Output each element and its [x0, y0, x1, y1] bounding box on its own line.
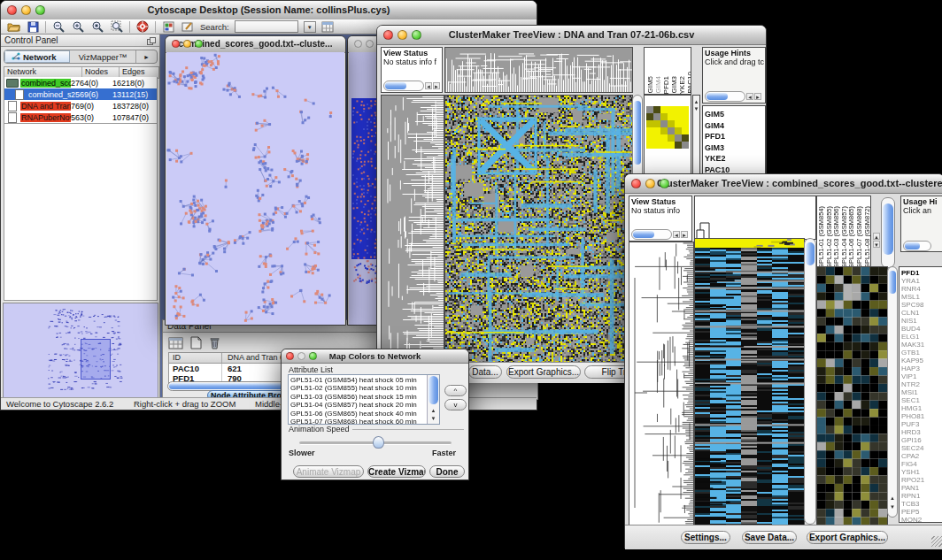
animate-vizmap-button[interactable]: Animate Vizmap: [293, 465, 364, 478]
zoom-in-button[interactable]: [71, 20, 85, 33]
attribute-list-item[interactable]: GPL51-07 (GSM868) heat shock 60 min: [289, 418, 439, 425]
close-button[interactable]: [631, 179, 641, 188]
zoom-button[interactable]: [412, 30, 421, 40]
settings-button[interactable]: Settings...: [681, 531, 730, 544]
close-button[interactable]: [286, 352, 294, 360]
animation-speed-slider[interactable]: [299, 441, 452, 445]
col-id[interactable]: ID: [169, 353, 222, 363]
right-arrow-icon[interactable]: ►: [681, 231, 688, 238]
tv2-top-area-canvas[interactable]: [694, 196, 816, 240]
done-button[interactable]: Done: [429, 465, 465, 478]
network-list-row[interactable]: RNAPuberNov2+563(0)107847(0): [4, 111, 157, 123]
view-status-scrollbar[interactable]: ◄ ►: [383, 81, 440, 91]
tab-vizmapper[interactable]: VizMapper™: [70, 50, 135, 63]
zoom-selected-button[interactable]: [90, 20, 104, 33]
close-button[interactable]: [354, 40, 362, 48]
export-graphics-button[interactable]: Export Graphics...: [506, 365, 581, 379]
down-arrow-icon[interactable]: ▼: [888, 504, 897, 510]
save-data-button[interactable]: Save Data...: [742, 531, 797, 544]
save-session-button[interactable]: [26, 20, 40, 33]
select-attributes-button[interactable]: [168, 336, 183, 353]
down-arrow-icon[interactable]: ▼: [693, 106, 699, 112]
birdseye-canvas[interactable]: [3, 303, 158, 400]
minimize-button[interactable]: [183, 40, 191, 48]
tv2-gene-list[interactable]: PFD1YRA1RNR4MSL1SPC98CLN1NIS1BUD4ELG1MAK…: [899, 266, 942, 523]
delete-attribute-button[interactable]: [209, 336, 220, 353]
network-list-row[interactable]: combined_scores_2764(0)16218(0): [4, 77, 157, 88]
attribute-list-box[interactable]: ▲ ▼ GPL51-01 (GSM854) heat shock 05 minG…: [288, 374, 440, 425]
dialog-titlebar[interactable]: Map Colors to Network: [282, 349, 468, 364]
usage-hints-scrollbar[interactable]: [903, 241, 931, 251]
search-input[interactable]: [235, 20, 298, 33]
tv1-left-dendrogram-canvas[interactable]: [381, 95, 444, 364]
down-arrow-icon[interactable]: ▼: [873, 241, 880, 248]
minimize-button[interactable]: [297, 352, 305, 360]
tab-overflow-arrow[interactable]: ►: [135, 50, 157, 63]
minimize-button[interactable]: [645, 179, 655, 188]
move-up-button[interactable]: ^: [444, 385, 467, 396]
minimize-button[interactable]: [398, 30, 407, 40]
zoom-button[interactable]: [195, 40, 203, 48]
treeview1-titlebar[interactable]: ClusterMaker TreeView : DNA and Tran 07-…: [377, 26, 766, 45]
network-a-titlebar[interactable]: combined_scores_good.txt--cluste...: [166, 36, 345, 53]
up-arrow-icon[interactable]: ▲: [888, 495, 897, 502]
move-down-button[interactable]: v: [444, 399, 467, 410]
right-arrow-icon[interactable]: ►: [433, 82, 440, 89]
tv1-heatmap-canvas[interactable]: [444, 95, 633, 364]
control-panel-toggle-button[interactable]: [161, 20, 175, 33]
network-list-row[interactable]: combined_sco2569(6)13112(15): [4, 88, 157, 100]
search-dropdown-button[interactable]: ▼: [304, 21, 316, 33]
attribute-list-item[interactable]: GPL51-03 (GSM856) heat shock 15 min: [289, 393, 439, 401]
zoom-button[interactable]: [309, 352, 317, 360]
tv2-genelist-vscrollbar[interactable]: ▲ ▼: [887, 266, 898, 518]
tv2-labels-vscrollbar[interactable]: [881, 197, 895, 268]
net-a-canvas[interactable]: [166, 52, 344, 325]
up-arrow-icon[interactable]: ▲: [873, 233, 880, 240]
slider-thumb[interactable]: [373, 436, 384, 449]
down-arrow-icon[interactable]: ▼: [428, 416, 439, 422]
annotation-button[interactable]: [181, 20, 195, 33]
matrix-cell: [653, 134, 660, 142]
up-arrow-icon[interactable]: ▲: [428, 408, 439, 414]
usage-hints-scrollbar[interactable]: ◄ ►: [705, 91, 761, 102]
create-vizmap-button[interactable]: Create Vizmap: [367, 465, 426, 478]
close-button[interactable]: [172, 40, 180, 48]
attribute-list-item[interactable]: GPL51-01 (GSM854) heat shock 05 min: [289, 376, 439, 384]
attribute-list-item[interactable]: GPL51-02 (GSM855) heat shock 10 min: [289, 384, 439, 392]
attribute-list-item[interactable]: GPL51-06 (GSM865) heat shock 40 min: [289, 410, 439, 418]
help-button[interactable]: [135, 20, 150, 33]
tv1-top-dendrogram-canvas[interactable]: [444, 47, 633, 93]
tv2-left-dendrogram-canvas[interactable]: [629, 242, 694, 526]
new-attribute-button[interactable]: [190, 336, 202, 353]
tv2-heatmap-canvas[interactable]: [694, 238, 805, 526]
left-arrow-icon[interactable]: ◄: [746, 93, 753, 100]
float-panel-icon[interactable]: [147, 37, 156, 47]
attribute-list-vscrollbar[interactable]: ▲ ▼: [427, 375, 439, 424]
zoom-button[interactable]: [660, 179, 669, 188]
view-status-scrollbar[interactable]: ◄ ►: [631, 229, 688, 240]
zoom-button[interactable]: [35, 5, 45, 15]
minimize-button[interactable]: [366, 40, 374, 48]
left-arrow-icon[interactable]: ◄: [673, 231, 680, 238]
left-arrow-icon[interactable]: ◄: [425, 82, 432, 89]
tab-network[interactable]: Network: [4, 50, 70, 63]
attribute-list-item[interactable]: GPL51-04 (GSM857) heat shock 20 min: [289, 401, 439, 409]
zoom-out-button[interactable]: [51, 20, 66, 33]
attribute-browser-button[interactable]: [321, 20, 336, 33]
network-list-row[interactable]: DNA and Tran 07769(0)183728(0): [4, 100, 157, 111]
tv1-matrix[interactable]: [646, 106, 689, 149]
zoom-fit-button[interactable]: [110, 20, 124, 33]
up-arrow-icon[interactable]: ▲: [693, 99, 699, 105]
treeview2-titlebar[interactable]: ClusterMaker TreeView : combined_scores_…: [625, 174, 942, 194]
tv2-heatmap-vscrollbar[interactable]: [804, 238, 816, 525]
close-button[interactable]: [383, 30, 393, 40]
resize-handle[interactable]: [931, 536, 942, 547]
right-arrow-icon[interactable]: ►: [754, 93, 761, 100]
minimize-button[interactable]: [21, 5, 31, 15]
save-data-button[interactable]: Data...: [468, 365, 502, 379]
export-graphics-button[interactable]: Export Graphics...: [807, 531, 888, 544]
open-session-button[interactable]: [6, 20, 20, 33]
tv2-subheatmap-canvas[interactable]: [816, 266, 888, 526]
close-button[interactable]: [7, 5, 17, 15]
main-titlebar[interactable]: Cytoscape Desktop (Session Name: collins…: [1, 1, 537, 20]
